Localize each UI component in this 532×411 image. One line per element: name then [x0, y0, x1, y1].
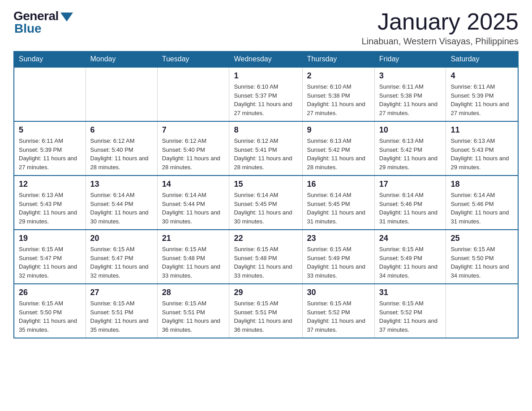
logo: General Blue: [13, 9, 73, 36]
calendar-week-row-2: 12Sunrise: 6:13 AM Sunset: 5:43 PM Dayli…: [14, 176, 518, 230]
calendar-cell: 19Sunrise: 6:15 AM Sunset: 5:47 PM Dayli…: [14, 230, 86, 284]
day-number: 1: [234, 71, 297, 81]
day-number: 16: [307, 180, 370, 189]
logo-blue-text: Blue: [14, 21, 42, 36]
calendar-cell: 20Sunrise: 6:15 AM Sunset: 5:47 PM Dayli…: [86, 230, 157, 284]
calendar-cell: 5Sunrise: 6:11 AM Sunset: 5:39 PM Daylig…: [14, 121, 86, 176]
calendar-cell: 26Sunrise: 6:15 AM Sunset: 5:50 PM Dayli…: [14, 284, 86, 338]
day-info: Sunrise: 6:14 AM Sunset: 5:45 PM Dayligh…: [234, 191, 297, 226]
calendar-cell: 16Sunrise: 6:14 AM Sunset: 5:45 PM Dayli…: [302, 176, 374, 230]
calendar-cell: 18Sunrise: 6:14 AM Sunset: 5:46 PM Dayli…: [446, 176, 518, 230]
day-info: Sunrise: 6:10 AM Sunset: 5:37 PM Dayligh…: [234, 82, 297, 117]
calendar-cell: 28Sunrise: 6:15 AM Sunset: 5:51 PM Dayli…: [157, 284, 229, 338]
calendar-cell: 12Sunrise: 6:13 AM Sunset: 5:43 PM Dayli…: [14, 176, 86, 230]
day-info: Sunrise: 6:15 AM Sunset: 5:52 PM Dayligh…: [307, 299, 370, 334]
calendar-cell: 11Sunrise: 6:13 AM Sunset: 5:43 PM Dayli…: [446, 121, 518, 176]
day-info: Sunrise: 6:12 AM Sunset: 5:40 PM Dayligh…: [90, 137, 153, 171]
calendar-cell: 17Sunrise: 6:14 AM Sunset: 5:46 PM Dayli…: [374, 176, 446, 230]
day-number: 22: [234, 234, 297, 243]
day-info: Sunrise: 6:15 AM Sunset: 5:49 PM Dayligh…: [307, 245, 370, 280]
page-header: General Blue January 2025 Linabuan, West…: [13, 9, 519, 47]
day-number: 5: [19, 125, 81, 135]
day-info: Sunrise: 6:15 AM Sunset: 5:47 PM Dayligh…: [19, 245, 81, 280]
day-info: Sunrise: 6:15 AM Sunset: 5:50 PM Dayligh…: [450, 245, 513, 280]
day-info: Sunrise: 6:13 AM Sunset: 5:43 PM Dayligh…: [19, 191, 81, 226]
day-number: 14: [162, 180, 225, 189]
calendar-cell: 30Sunrise: 6:15 AM Sunset: 5:52 PM Dayli…: [302, 284, 374, 338]
day-info: Sunrise: 6:15 AM Sunset: 5:50 PM Dayligh…: [19, 299, 81, 334]
month-title: January 2025: [361, 9, 519, 34]
day-info: Sunrise: 6:14 AM Sunset: 5:46 PM Dayligh…: [379, 191, 442, 226]
calendar-header-thursday: Thursday: [302, 51, 374, 68]
calendar-cell: 24Sunrise: 6:15 AM Sunset: 5:49 PM Dayli…: [374, 230, 446, 284]
day-info: Sunrise: 6:15 AM Sunset: 5:51 PM Dayligh…: [90, 299, 153, 334]
calendar-header-wednesday: Wednesday: [229, 51, 302, 68]
day-info: Sunrise: 6:12 AM Sunset: 5:41 PM Dayligh…: [234, 137, 297, 171]
calendar-cell: 2Sunrise: 6:10 AM Sunset: 5:38 PM Daylig…: [302, 67, 374, 121]
day-number: 18: [450, 180, 513, 189]
day-number: 24: [379, 234, 442, 243]
day-number: 8: [234, 125, 297, 135]
day-number: 19: [19, 234, 81, 243]
day-number: 6: [90, 125, 153, 135]
day-number: 13: [90, 180, 153, 189]
calendar-cell: 3Sunrise: 6:11 AM Sunset: 5:38 PM Daylig…: [374, 67, 446, 121]
day-number: 31: [379, 288, 442, 297]
day-info: Sunrise: 6:15 AM Sunset: 5:49 PM Dayligh…: [379, 245, 442, 280]
calendar-week-row-1: 5Sunrise: 6:11 AM Sunset: 5:39 PM Daylig…: [14, 121, 518, 176]
day-info: Sunrise: 6:15 AM Sunset: 5:47 PM Dayligh…: [90, 245, 153, 280]
day-info: Sunrise: 6:15 AM Sunset: 5:52 PM Dayligh…: [379, 299, 442, 334]
calendar-table: SundayMondayTuesdayWednesdayThursdayFrid…: [13, 51, 519, 338]
day-info: Sunrise: 6:14 AM Sunset: 5:44 PM Dayligh…: [162, 191, 225, 226]
calendar-cell: 13Sunrise: 6:14 AM Sunset: 5:44 PM Dayli…: [86, 176, 157, 230]
calendar-header-monday: Monday: [86, 51, 157, 68]
day-number: 9: [307, 125, 370, 135]
calendar-cell: 25Sunrise: 6:15 AM Sunset: 5:50 PM Dayli…: [446, 230, 518, 284]
calendar-cell: 9Sunrise: 6:13 AM Sunset: 5:42 PM Daylig…: [302, 121, 374, 176]
calendar-header-saturday: Saturday: [446, 51, 518, 68]
day-info: Sunrise: 6:13 AM Sunset: 5:42 PM Dayligh…: [379, 137, 442, 171]
day-info: Sunrise: 6:15 AM Sunset: 5:48 PM Dayligh…: [162, 245, 225, 280]
day-info: Sunrise: 6:14 AM Sunset: 5:45 PM Dayligh…: [307, 191, 370, 226]
calendar-cell: 21Sunrise: 6:15 AM Sunset: 5:48 PM Dayli…: [157, 230, 229, 284]
day-number: 27: [90, 288, 153, 297]
calendar-cell: [14, 67, 86, 121]
day-number: 4: [450, 71, 513, 81]
day-number: 15: [234, 180, 297, 189]
day-number: 30: [307, 288, 370, 297]
calendar-cell: 6Sunrise: 6:12 AM Sunset: 5:40 PM Daylig…: [86, 121, 157, 176]
day-info: Sunrise: 6:15 AM Sunset: 5:48 PM Dayligh…: [234, 245, 297, 280]
calendar-cell: 8Sunrise: 6:12 AM Sunset: 5:41 PM Daylig…: [229, 121, 302, 176]
day-info: Sunrise: 6:13 AM Sunset: 5:43 PM Dayligh…: [450, 137, 513, 171]
day-info: Sunrise: 6:12 AM Sunset: 5:40 PM Dayligh…: [162, 137, 225, 171]
day-info: Sunrise: 6:11 AM Sunset: 5:39 PM Dayligh…: [19, 137, 81, 171]
day-number: 12: [19, 180, 81, 189]
calendar-cell: [157, 67, 229, 121]
day-info: Sunrise: 6:10 AM Sunset: 5:38 PM Dayligh…: [307, 82, 370, 117]
calendar-week-row-4: 26Sunrise: 6:15 AM Sunset: 5:50 PM Dayli…: [14, 284, 518, 338]
day-number: 21: [162, 234, 225, 243]
day-number: 3: [379, 71, 442, 81]
calendar-cell: 29Sunrise: 6:15 AM Sunset: 5:51 PM Dayli…: [229, 284, 302, 338]
calendar-cell: [446, 284, 518, 338]
calendar-cell: 23Sunrise: 6:15 AM Sunset: 5:49 PM Dayli…: [302, 230, 374, 284]
day-info: Sunrise: 6:13 AM Sunset: 5:42 PM Dayligh…: [307, 137, 370, 171]
calendar-header-sunday: Sunday: [14, 51, 86, 68]
day-number: 7: [162, 125, 225, 135]
calendar-cell: 7Sunrise: 6:12 AM Sunset: 5:40 PM Daylig…: [157, 121, 229, 176]
day-number: 29: [234, 288, 297, 297]
calendar-cell: [86, 67, 157, 121]
day-info: Sunrise: 6:15 AM Sunset: 5:51 PM Dayligh…: [162, 299, 225, 334]
day-number: 28: [162, 288, 225, 297]
day-number: 25: [450, 234, 513, 243]
calendar-cell: 4Sunrise: 6:11 AM Sunset: 5:39 PM Daylig…: [446, 67, 518, 121]
calendar-cell: 22Sunrise: 6:15 AM Sunset: 5:48 PM Dayli…: [229, 230, 302, 284]
logo-triangle-icon: [60, 13, 73, 21]
day-number: 26: [19, 288, 81, 297]
calendar-cell: 31Sunrise: 6:15 AM Sunset: 5:52 PM Dayli…: [374, 284, 446, 338]
day-number: 11: [450, 125, 513, 135]
calendar-cell: 15Sunrise: 6:14 AM Sunset: 5:45 PM Dayli…: [229, 176, 302, 230]
calendar-cell: 14Sunrise: 6:14 AM Sunset: 5:44 PM Dayli…: [157, 176, 229, 230]
day-number: 20: [90, 234, 153, 243]
calendar-header-tuesday: Tuesday: [157, 51, 229, 68]
